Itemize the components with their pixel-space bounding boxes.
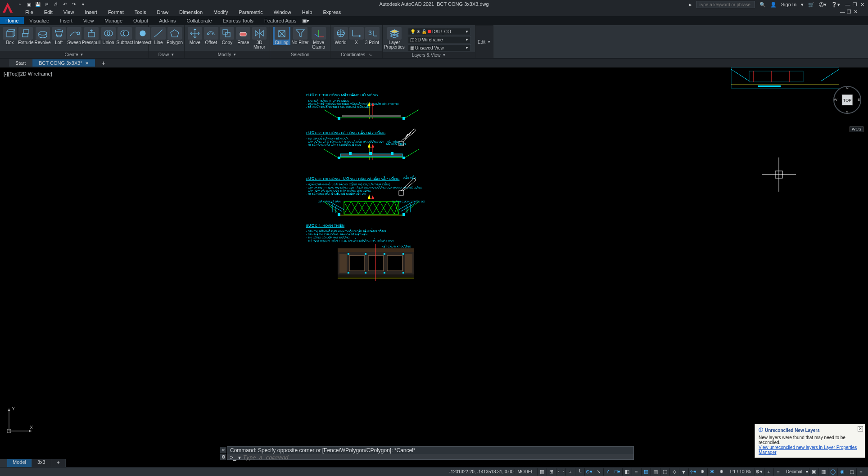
doc-close-icon[interactable]: ✕: [854, 9, 860, 15]
visual-style-dropdown[interactable]: ◫ 2D Wireframe▼: [408, 36, 471, 43]
tab-collaborate[interactable]: Collaborate: [181, 17, 217, 24]
tab-view[interactable]: View: [78, 17, 99, 24]
model-tab[interactable]: Model: [7, 459, 32, 467]
customize-icon[interactable]: ≡: [856, 468, 865, 476]
presspull-button[interactable]: Presspull: [82, 27, 100, 45]
menu-file[interactable]: File: [20, 9, 39, 15]
notification-close-icon[interactable]: ✕: [858, 426, 863, 431]
workspace-icon[interactable]: ⚙▾: [755, 468, 764, 476]
tab-visualize[interactable]: Visualize: [24, 17, 54, 24]
new-layout-button[interactable]: +: [51, 459, 65, 467]
menu-parametric[interactable]: Parametric: [233, 9, 268, 15]
subtract-button[interactable]: Subtract: [117, 27, 133, 45]
app-menu-icon[interactable]: Ⓐ▾: [819, 1, 827, 8]
help-icon[interactable]: ❔▾: [831, 2, 840, 8]
menu-insert[interactable]: Insert: [79, 9, 103, 15]
plot-icon[interactable]: ⎙: [52, 0, 59, 8]
scale-readout[interactable]: 1:1 / 100%: [727, 469, 754, 474]
viewport-label[interactable]: [-][Top][2D Wireframe]: [4, 71, 52, 76]
lineweight-icon[interactable]: ≡: [632, 468, 641, 476]
cmdline-close-icon[interactable]: ✕: [220, 447, 226, 453]
minimize-icon[interactable]: —: [845, 1, 851, 8]
snap-icon[interactable]: ⊞: [547, 468, 556, 476]
grid-icon[interactable]: ▦: [537, 468, 546, 476]
selection-cycling-icon[interactable]: ▤: [651, 468, 660, 476]
qat-more-icon[interactable]: ▾: [79, 0, 86, 8]
box-button[interactable]: Box: [3, 27, 17, 45]
menu-modify[interactable]: Modify: [208, 9, 233, 15]
3dmirror-button[interactable]: 3D Mirror: [252, 27, 267, 49]
layout-tab[interactable]: 3x3: [32, 459, 51, 467]
doc-minimize-icon[interactable]: —: [840, 9, 846, 15]
panel-create[interactable]: Create▼: [0, 51, 148, 58]
layer-properties-button[interactable]: Layer Properties: [385, 27, 403, 49]
move-button[interactable]: Move: [187, 27, 203, 45]
command-input[interactable]: [243, 454, 631, 461]
notification-link[interactable]: View unreconciled new layers in Layer Pr…: [759, 445, 857, 455]
dynamic-ucs-icon[interactable]: ◇: [669, 468, 678, 476]
menu-view[interactable]: View: [58, 9, 80, 15]
loft-button[interactable]: Loft: [52, 27, 66, 45]
layer-dropdown[interactable]: 💡 ☀ 🔓 DAU_CO▼: [408, 28, 471, 35]
new-tab-button[interactable]: +: [95, 58, 112, 67]
view-dropdown[interactable]: ▦ Unsaved View▼: [408, 44, 471, 51]
restore-icon[interactable]: ❐: [852, 1, 858, 8]
autoscale-icon[interactable]: ✱: [707, 468, 716, 476]
menu-window[interactable]: Window: [268, 9, 297, 15]
signin-dropdown[interactable]: ▾: [801, 2, 804, 8]
panel-edit[interactable]: Edit▼: [475, 26, 493, 58]
tab-featured-apps[interactable]: Featured Apps: [259, 17, 302, 24]
doc-restore-icon[interactable]: ❐: [847, 9, 853, 15]
search-icon[interactable]: 🔍: [760, 2, 766, 8]
modelspace-toggle[interactable]: MODEL: [515, 469, 537, 474]
saveas-icon[interactable]: ⎘: [43, 0, 50, 8]
union-button[interactable]: Union: [101, 27, 116, 45]
tab-output[interactable]: Output: [128, 17, 154, 24]
tab-home[interactable]: Home: [0, 17, 24, 24]
offset-button[interactable]: Offset: [203, 27, 219, 45]
infer-icon[interactable]: ⋮⋮: [556, 468, 565, 476]
3dosnap-icon[interactable]: ⬚: [660, 468, 669, 476]
menu-tools[interactable]: Tools: [129, 9, 152, 15]
menu-draw[interactable]: Draw: [151, 9, 174, 15]
signin-icon[interactable]: 👤: [770, 2, 777, 8]
drawing-tab[interactable]: BCT CONG 3x3X3* ✕: [32, 59, 95, 67]
coordinates-readout[interactable]: -1201322.20, -1413513.31, 0.00: [449, 469, 514, 474]
extrude-button[interactable]: Extrude: [18, 27, 33, 45]
revolve-button[interactable]: Revolve: [34, 27, 50, 45]
units-dropdown-icon[interactable]: ▾: [806, 469, 808, 474]
ortho-icon[interactable]: └: [575, 468, 584, 476]
clean-screen-icon[interactable]: ▢: [847, 468, 856, 476]
tab-addins[interactable]: Add-ins: [154, 17, 181, 24]
isolate-icon[interactable]: ◉: [837, 468, 846, 476]
panel-modify[interactable]: Modify▼: [185, 51, 270, 58]
x-axis-button[interactable]: X: [349, 27, 364, 45]
line-button[interactable]: Line: [151, 27, 166, 45]
close-icon[interactable]: ✕: [859, 1, 865, 8]
polygon-button[interactable]: Polygon: [167, 27, 183, 45]
copy-button[interactable]: Copy: [220, 27, 235, 45]
start-tab[interactable]: Start: [9, 59, 32, 67]
world-button[interactable]: World: [333, 27, 348, 45]
sweep-button[interactable]: Sweep: [67, 27, 81, 45]
panel-coordinates[interactable]: Coordinates ↘: [330, 51, 382, 58]
panel-layers-view[interactable]: Layers & View▼: [383, 52, 475, 58]
search-arrow-icon[interactable]: ▸: [689, 2, 692, 8]
3point-button[interactable]: 33 Point: [365, 27, 380, 45]
nofilter-button[interactable]: No Filter: [291, 27, 309, 45]
menu-dimension[interactable]: Dimension: [174, 9, 208, 15]
sign-in-label[interactable]: Sign In: [781, 2, 796, 7]
new-icon[interactable]: ▫: [16, 0, 23, 8]
annotation-visibility-icon[interactable]: ✱: [698, 468, 707, 476]
close-tab-icon[interactable]: ✕: [85, 61, 89, 66]
osnap-icon[interactable]: □▾: [613, 468, 622, 476]
culling-button[interactable]: Culling: [273, 27, 290, 45]
dynamic-input-icon[interactable]: +: [565, 468, 574, 476]
gizmo-icon[interactable]: ⊹▾: [688, 468, 697, 476]
viewcube[interactable]: TOP N E S W: [833, 85, 862, 114]
panel-draw[interactable]: Draw▼: [149, 51, 184, 58]
selection-filter-icon[interactable]: ▼: [679, 468, 688, 476]
isodraft-icon[interactable]: ↘: [594, 468, 603, 476]
drawing-area[interactable]: [-][Top][2D Wireframe] TOP N E S W WCS Y…: [0, 67, 868, 460]
redo-icon[interactable]: ↷: [70, 0, 77, 8]
